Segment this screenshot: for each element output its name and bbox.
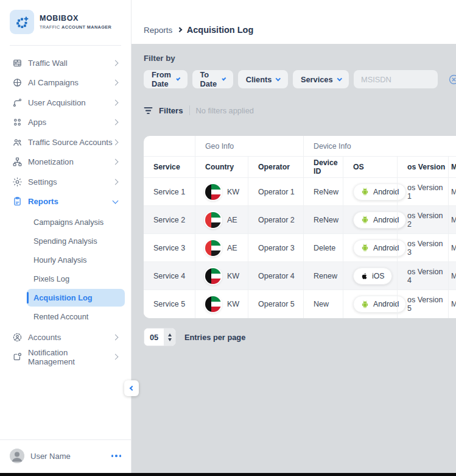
country-flag-icon (205, 212, 221, 228)
sidebar-item-label: Traffic Wall (28, 59, 68, 68)
sidebar-item-notification-management[interactable]: Notification Management (0, 347, 131, 368)
dropdown-label: From Date (152, 70, 172, 88)
country-code: AE (227, 216, 237, 224)
chevron-right-icon (113, 80, 119, 86)
dropdown-label: Clients (246, 75, 272, 84)
country-flag-icon (205, 296, 221, 312)
table-group-header-row: Geo Info Device Info (144, 136, 456, 157)
cell-mo: Mo (448, 234, 456, 261)
sidebar-item-label: User Acquisition (28, 98, 86, 107)
cell-os-version: os Version 3 (397, 234, 448, 261)
notification-management-icon (12, 352, 23, 362)
subitem-label: Acquisition Log (33, 293, 93, 302)
chevron-down-icon (222, 77, 226, 81)
subitem-spending-analysis[interactable]: Spending Analysis (0, 232, 131, 250)
subitem-campaigns-analysis[interactable]: Campaigns Analysis (0, 213, 131, 232)
user-menu-dots-icon[interactable] (111, 455, 122, 457)
clear-filters-button[interactable]: C (449, 74, 456, 85)
stepper-down-icon[interactable] (168, 338, 172, 341)
device-info-group-header: Device Info (303, 136, 456, 156)
android-icon (360, 300, 370, 309)
brand: MOBIBOX TRAFFIC ACCOUNT MANAGER (0, 0, 131, 43)
reports-subnav: Campaigns Analysis Spending Analysis Hou… (0, 211, 131, 327)
column-header-operator: Operator (248, 157, 303, 177)
entries-per-page-row: 05 Entries per page (144, 328, 456, 346)
group-blank-cell (144, 136, 195, 156)
entries-value: 05 (144, 329, 164, 346)
sidebar-item-label: AI Campaigns (28, 78, 79, 87)
sidebar-item-settings[interactable]: Settings (0, 172, 131, 192)
user-acquisition-icon (12, 98, 23, 108)
table-row: Service 3 AE Operator 3 Delete (144, 234, 456, 262)
sidebar-item-reports[interactable]: Reports (0, 192, 131, 212)
cell-service: Service 2 (144, 206, 195, 233)
from-date-dropdown[interactable]: From Date (144, 70, 188, 88)
breadcrumb: Reports Acquisition Log (132, 0, 456, 44)
subitem-hourly-analysis[interactable]: Hourly Analysis (0, 250, 131, 269)
country-flag-icon (205, 240, 221, 256)
sidebar-item-label: Monetization (28, 157, 74, 166)
sidebar-item-traffic-wall[interactable]: Traffic Wall (0, 53, 131, 73)
sidebar-collapse-button[interactable] (124, 380, 139, 396)
to-date-dropdown[interactable]: To Date (192, 70, 233, 88)
sidebar-divider (10, 45, 121, 46)
column-header-os-version: os Version (397, 157, 448, 177)
cell-os: iOS (343, 262, 397, 290)
os-label: Android (373, 244, 399, 252)
stepper-up-icon[interactable] (168, 333, 172, 336)
sidebar-item-label: Reports (28, 197, 58, 206)
sidebar-item-user-acquisition[interactable]: User Acquisition (0, 93, 131, 113)
os-label: Android (373, 300, 399, 308)
accounts-icon (12, 332, 23, 343)
reports-icon (12, 196, 23, 207)
chevron-down-icon (113, 197, 119, 204)
cell-operator: Operator 2 (248, 206, 303, 233)
subitem-pixels-log[interactable]: Pixels Log (0, 269, 131, 288)
subitem-acquisition-log[interactable]: Acquisition Log (27, 289, 125, 307)
filter-by-label: Filter by (144, 54, 456, 63)
table-row: Service 4 KW Operator 4 Renew iOS os Ver… (144, 262, 456, 290)
services-dropdown[interactable]: Services (293, 70, 349, 88)
chevron-down-icon (337, 76, 342, 81)
sidebar-item-label: Accounts (28, 333, 61, 342)
column-header-country: Country (195, 157, 248, 177)
table-header-row: Service Country Operator Device ID OS os… (144, 157, 456, 178)
circle-x-icon (449, 74, 456, 85)
sidebar-item-label: Traffic Source Accounts (28, 138, 113, 147)
cell-service: Service 1 (144, 178, 195, 205)
filters-label[interactable]: Filters (159, 106, 183, 115)
cell-mo: Mo (448, 178, 456, 205)
entries-stepper: 05 (144, 328, 176, 346)
chevron-right-icon (113, 334, 119, 340)
entries-stepper-buttons[interactable] (164, 329, 175, 346)
chevron-right-icon (113, 99, 119, 105)
chevron-right-icon (113, 179, 119, 185)
country-code: AE (227, 244, 237, 252)
subitem-rented-account[interactable]: Rented Account (0, 307, 131, 326)
sidebar-item-traffic-source-accounts[interactable]: Traffic Source Accounts (0, 132, 131, 152)
subitem-label: Hourly Analysis (33, 255, 86, 265)
sidebar-item-ai-campaigns[interactable]: AI Campaigns (0, 73, 131, 93)
cell-device-id: ReNew (303, 206, 343, 233)
subitem-label: Rented Account (33, 312, 88, 321)
filter-lines-icon[interactable] (144, 107, 153, 115)
android-icon (360, 187, 370, 196)
dropdown-label: To Date (200, 70, 218, 88)
chevron-down-icon (176, 77, 180, 81)
country-code: KW (227, 272, 239, 280)
sidebar-item-label: Apps (28, 118, 46, 127)
entries-per-page-label: Entries per page (184, 333, 245, 342)
msisdn-input[interactable] (354, 70, 438, 88)
clients-dropdown[interactable]: Clients (238, 70, 288, 88)
sidebar-item-accounts[interactable]: Accounts (0, 327, 131, 347)
ai-campaigns-icon (12, 77, 23, 88)
sidebar-item-apps[interactable]: Apps (0, 113, 131, 133)
subitem-label: Pixels Log (33, 274, 69, 283)
country-flag-icon (205, 268, 221, 284)
breadcrumb-parent[interactable]: Reports (144, 26, 172, 35)
filter-pill-row: From Date To Date Clients Services C (144, 70, 456, 88)
main-content: Reports Acquisition Log Filter by From D… (132, 0, 456, 473)
cell-mo: Mo (448, 290, 456, 318)
sidebar-item-monetization[interactable]: Monetization (0, 152, 131, 172)
page-body: Filter by From Date To Date Clients Serv… (132, 44, 456, 473)
